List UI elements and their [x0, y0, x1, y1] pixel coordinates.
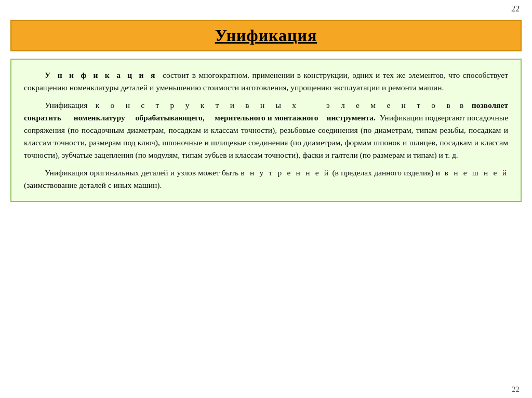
- paragraph-1: У н и ф и к а ц и я состоит в многократн…: [24, 69, 508, 94]
- page-title: Унификация: [215, 26, 317, 45]
- paragraph-3: Унификация оригинальных деталей и узлов …: [24, 167, 508, 191]
- paragraph-2: Унификация к о н с т р у к т и в н ы х э…: [24, 99, 508, 161]
- page-container: 22 Унификация У н и ф и к а ц и я состои…: [0, 0, 532, 398]
- konstruktivnykh: к о н с т р у к т и в н ы х э л е м е н …: [96, 101, 452, 109]
- vneshney: в н е ш н е й: [445, 168, 508, 177]
- unification-word: У н и ф и к а ц и я: [45, 71, 157, 79]
- page-number-bottom: 22: [512, 385, 520, 394]
- content-box: У н и ф и к а ц и я состоит в многократн…: [10, 59, 522, 202]
- title-box: Унификация: [10, 20, 522, 51]
- vnutrenney: в н у т р е н н е й: [241, 168, 330, 177]
- page-number-top: 22: [511, 4, 520, 13]
